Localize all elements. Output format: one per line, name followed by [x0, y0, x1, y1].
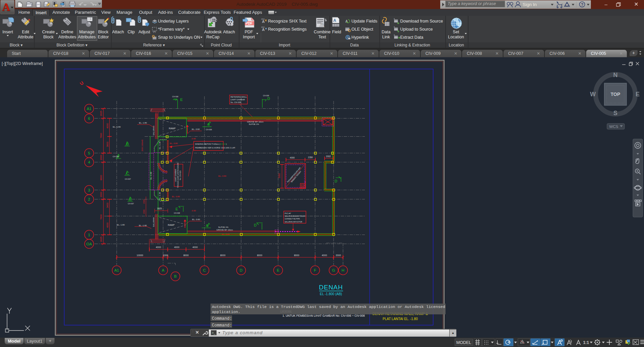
svg-text:1:1: 1:1	[583, 340, 589, 345]
svg-text:2: 2	[88, 197, 90, 201]
svg-text:application.: application.	[212, 310, 240, 314]
svg-text:PEMBESIAN VER & HORIZ: D13-200: PEMBESIAN VER & HORIZ: D13-200 2 LAP.	[195, 147, 236, 149]
svg-text:2350: 2350	[308, 156, 313, 159]
svg-text:SALURAN BAWAH TANAH: SALURAN BAWAH TANAH	[285, 215, 305, 217]
svg-text:-3.90: -3.90	[191, 209, 196, 212]
svg-text:4000: 4000	[156, 246, 161, 248]
svg-text:E: E	[176, 207, 178, 211]
svg-text:4: 4	[88, 160, 90, 164]
svg-text:3400: 3400	[106, 203, 109, 208]
svg-text:CIV-006: CIV-006	[206, 129, 212, 131]
svg-text:W: W	[590, 91, 596, 98]
svg-text:2025: 2025	[100, 111, 102, 116]
svg-text:No: CIV-023: No: CIV-023	[179, 171, 181, 180]
svg-text:SLPOE 1%: SLPOE 1%	[249, 123, 259, 125]
svg-text:PDF: PDF	[261, 18, 265, 20]
svg-text:EL.-1.30: EL.-1.30	[159, 192, 161, 200]
svg-text:-3.60: -3.60	[191, 137, 196, 140]
svg-text:2000: 2000	[100, 192, 102, 197]
svg-text:1825: 1825	[157, 207, 162, 210]
svg-text:D: D	[335, 179, 337, 183]
svg-text:PDF: PDF	[261, 26, 265, 28]
svg-text:A1: A1	[114, 268, 119, 272]
svg-text:A: A	[319, 21, 325, 29]
svg-text:No. CIV-006: No. CIV-006	[231, 101, 241, 103]
svg-text:8000: 8000	[257, 254, 262, 256]
svg-text:4000: 4000	[290, 157, 295, 159]
svg-text:GROVE W= 10cm: GROVE W= 10cm	[217, 229, 233, 231]
svg-text:CIV-006: CIV-006	[263, 95, 269, 97]
svg-text:6: 6	[88, 116, 90, 120]
svg-text:6600: 6600	[100, 175, 102, 180]
svg-text:RAMP: RAMP	[168, 224, 175, 226]
svg-text:DINDING BETON T=20cm {=====}: DINDING BETON T=20cm {=====}	[195, 143, 227, 145]
svg-text:A: A	[162, 268, 164, 272]
svg-text:WCS: WCS	[609, 125, 618, 129]
svg-text:2000 1000x45: 2000 1000x45	[141, 140, 143, 151]
svg-text:EL.-1.80: EL.-1.80	[113, 126, 121, 128]
svg-text:1500: 1500	[143, 199, 145, 204]
svg-text:8: 8	[394, 26, 395, 28]
svg-text:10000: 10000	[137, 254, 143, 256]
svg-text:8000: 8000	[294, 254, 299, 256]
svg-text:C: C	[203, 268, 206, 272]
svg-text:=====: =====	[266, 119, 271, 121]
svg-text:U: U	[79, 80, 85, 86]
svg-text:CIV-007: CIV-007	[125, 178, 131, 180]
svg-text:SLPOE 1%: SLPOE 1%	[218, 226, 229, 228]
svg-text:(x): (x)	[153, 30, 156, 33]
svg-text:PLAT LANTAI EL. -1.80: PLAT LANTAI EL. -1.80	[383, 317, 418, 321]
svg-text:7600: 7600	[100, 133, 102, 138]
svg-text:Autodesk DWG. This file is a: Autodesk DWG. This file is a TrustedDWG …	[212, 305, 445, 309]
svg-text:CIV-008: CIV-008	[174, 212, 180, 214]
svg-text:E: E	[180, 98, 183, 102]
svg-text:Sign In: Sign In	[523, 2, 537, 7]
svg-text:5: 5	[88, 151, 90, 155]
svg-text:2002: 2002	[326, 155, 331, 158]
svg-text:Command:: Command:	[212, 316, 232, 321]
svg-text:H: H	[342, 268, 344, 272]
svg-text:5000: 5000	[278, 173, 280, 178]
svg-text:2000: 2000	[100, 155, 102, 160]
svg-text:PDF: PDF	[246, 22, 253, 25]
svg-text:RAMP: RAMP	[169, 127, 176, 130]
svg-text:B: B	[174, 274, 177, 278]
svg-text:7600: 7600	[100, 214, 102, 220]
svg-text:EL.-3.80: EL.-3.80	[172, 195, 180, 198]
svg-text:Command:: Command:	[212, 323, 232, 328]
svg-text:3600: 3600	[106, 142, 109, 147]
svg-text:EL.-1.80: EL.-1.80	[117, 223, 125, 226]
svg-text:8: 8	[394, 34, 395, 36]
svg-text:3: 3	[88, 188, 90, 192]
svg-text:TOP: TOP	[611, 92, 620, 97]
svg-text:TANGGA LUAR LANTAI DASAR: TANGGA LUAR LANTAI DASAR	[177, 163, 179, 188]
svg-text:4000: 4000	[106, 222, 109, 228]
svg-text:S: S	[613, 110, 617, 116]
svg-text:EL.-3.80: EL.-3.80	[218, 175, 226, 177]
svg-text:4000: 4000	[174, 246, 180, 248]
svg-text:2025: 2025	[100, 237, 102, 242]
svg-text:F: F	[314, 268, 316, 272]
svg-text:GROVE W= 10cm: GROVE W= 10cm	[247, 121, 264, 123]
svg-text:4000: 4000	[106, 123, 109, 129]
svg-text:CIV-008: CIV-008	[113, 155, 119, 158]
svg-text:E: E	[277, 268, 279, 272]
svg-text:EL.-3.80: EL.-3.80	[170, 142, 178, 144]
svg-text:2000: 2000	[336, 254, 341, 256]
svg-text:[-][Top][2D Wireframe]: [-][Top][2D Wireframe]	[2, 61, 43, 66]
svg-text:D: D	[254, 223, 257, 227]
svg-text:CONNECT KE PIPA: CONNECT KE PIPA	[285, 218, 300, 220]
svg-text:4000: 4000	[192, 246, 198, 248]
svg-text:1: 1	[88, 233, 90, 237]
svg-text:A: A	[333, 18, 336, 23]
svg-text:A1: A1	[87, 107, 91, 111]
svg-text:DENAH: DENAH	[319, 284, 343, 291]
svg-text:SALURAN: SALURAN	[153, 126, 155, 135]
svg-text:EL.-3.60: EL.-3.60	[192, 218, 200, 220]
svg-text:1000: 1000	[163, 254, 168, 256]
svg-text:N: N	[613, 72, 618, 78]
svg-text:1. UNTUK PEMBESIAN LIHAT GAMBA: 1. UNTUK PEMBESIAN LIHAT GAMBAR No: CIV-…	[282, 314, 365, 317]
svg-text:8000: 8000	[220, 254, 226, 256]
svg-text:CIV-008: CIV-008	[172, 96, 178, 98]
svg-text:EL.-1.80: EL.-1.80	[139, 122, 147, 124]
